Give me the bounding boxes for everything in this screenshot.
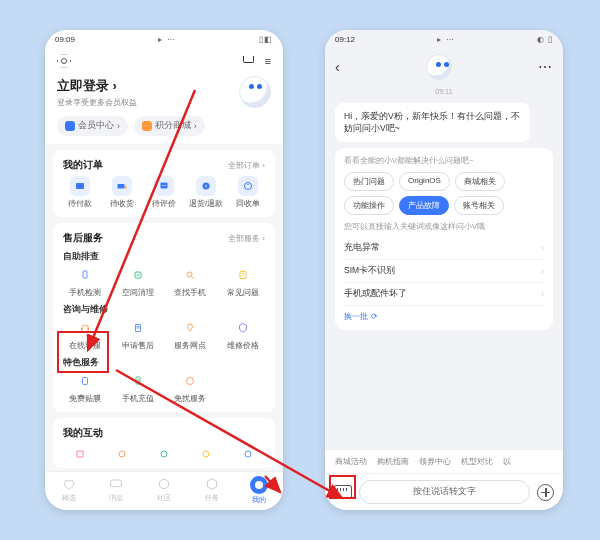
svg-rect-30 — [111, 480, 122, 487]
quick-1[interactable]: 商城活动 — [335, 456, 367, 467]
inter-5[interactable] — [227, 444, 269, 464]
svc-apply-aftersale[interactable]: 申请售后 — [112, 318, 165, 351]
inter-1[interactable] — [59, 444, 101, 464]
faq-broken[interactable]: 手机或配件坏了› — [344, 283, 544, 306]
nav-mine[interactable]: 我的 — [235, 476, 283, 505]
aftersale-more[interactable]: 全部服务 › — [228, 233, 265, 244]
svg-marker-32 — [207, 479, 216, 490]
faq-sim[interactable]: SIM卡不识别› — [344, 260, 544, 283]
aftersale-section: 售后服务 全部服务 › 自助排查 手机检测 空间清理 查找手机 ?常见问题 咨询… — [53, 223, 275, 412]
order-pending-receive[interactable]: 待收货 — [101, 176, 143, 209]
svg-point-6 — [165, 185, 166, 186]
login-title: 立即登录 › — [57, 77, 137, 95]
svg-point-29 — [245, 451, 251, 457]
svg-text:?: ? — [241, 273, 244, 278]
login-row[interactable]: 立即登录 › 登录享受更多会员权益 — [45, 72, 283, 116]
svg-rect-21 — [83, 378, 88, 385]
phone-right: 09:12 ▸ ⋯ ◐ ▯ ‹ ⋯ 09:11 Hi，亲爱的V粉，新年快乐！有什… — [325, 30, 563, 510]
interact-section: 我的互动 — [53, 418, 275, 468]
status-right: ◐ ▯ — [537, 35, 553, 44]
aftersale-title: 售后服务 — [63, 231, 103, 245]
quick-2[interactable]: 购机指南 — [377, 456, 409, 467]
chat-header: ‹ ⋯ — [325, 48, 563, 86]
svc-find[interactable]: 查找手机 — [164, 265, 217, 298]
pill-mall[interactable]: 商城相关 — [455, 172, 505, 191]
avatar[interactable] — [239, 76, 271, 108]
chip-points[interactable]: 积分商城 › — [134, 116, 205, 136]
svg-point-24 — [187, 378, 194, 385]
svc-recharge[interactable]: ¥手机充值 — [112, 371, 165, 404]
bot-avatar — [426, 54, 452, 80]
svg-point-12 — [187, 272, 192, 277]
status-icons: ▸ ⋯ — [437, 35, 454, 44]
svc-dnd[interactable]: 免扰服务 — [164, 371, 217, 404]
bottom-nav: 精选 消息 社区 任务 我的 — [45, 471, 283, 510]
chat-body: 09:11 Hi，亲爱的V粉，新年快乐！有什么问题，不妨问问小V吧~ 看看全能的… — [325, 86, 563, 449]
inter-2[interactable] — [101, 444, 143, 464]
svc-phone-check[interactable]: 手机检测 — [59, 265, 112, 298]
svg-rect-25 — [77, 451, 83, 457]
menu-icon[interactable]: ≡ — [265, 55, 271, 67]
nav-community[interactable]: 社区 — [140, 476, 188, 505]
nav-mine-icon — [250, 476, 268, 494]
pill-origin[interactable]: OriginOS — [399, 172, 450, 191]
svc-clean[interactable]: 空间清理 — [112, 265, 165, 298]
svc-service-point[interactable]: 服务网点 — [164, 318, 217, 351]
refresh-batch[interactable]: 换一批 ⟳ — [344, 311, 378, 322]
greeting-bubble: Hi，亲爱的V粉，新年快乐！有什么问题，不妨问问小V吧~ — [335, 103, 530, 142]
svg-point-26 — [119, 451, 125, 457]
status-time: 09:09 — [55, 35, 75, 44]
orders-title: 我的订单 — [63, 158, 103, 172]
chip-member[interactable]: 会员中心 › — [57, 116, 128, 136]
pill-function[interactable]: 功能操作 — [344, 196, 394, 215]
status-bar: 09:12 ▸ ⋯ ◐ ▯ — [325, 30, 563, 48]
inter-3[interactable] — [143, 444, 185, 464]
svg-point-5 — [164, 185, 165, 186]
svg-rect-16 — [81, 328, 83, 331]
svc-online-support[interactable]: 在线客服 — [59, 318, 112, 351]
orders-more[interactable]: 全部订单 › — [228, 160, 265, 171]
chat-time: 09:11 — [335, 88, 553, 95]
plus-icon[interactable] — [537, 484, 554, 501]
quick-5[interactable]: 以 — [503, 456, 511, 467]
back-icon[interactable]: ‹ — [335, 59, 340, 75]
cart-icon[interactable] — [241, 54, 255, 68]
nav-task[interactable]: 任务 — [188, 476, 236, 505]
quick-4[interactable]: 机型对比 — [461, 456, 493, 467]
svg-point-28 — [203, 451, 209, 457]
svg-rect-2 — [125, 186, 127, 189]
nav-featured[interactable]: 精选 — [45, 476, 93, 505]
faq-charge[interactable]: 充电异常› — [344, 237, 544, 260]
chips-row: 会员中心 › 积分商城 › — [45, 116, 283, 144]
login-subtitle: 登录享受更多会员权益 — [57, 97, 137, 108]
chevron-right-icon: › — [541, 243, 544, 253]
order-pending-pay[interactable]: 待付款 — [59, 176, 101, 209]
pill-hot[interactable]: 热门问题 — [344, 172, 394, 191]
status-right: ▯◧ — [259, 35, 273, 44]
svg-line-13 — [192, 277, 194, 279]
voice-input[interactable]: 按住说话转文字 — [359, 480, 530, 504]
pill-account[interactable]: 账号相关 — [454, 196, 504, 215]
order-pending-review[interactable]: 待评价 — [143, 176, 185, 209]
order-refund[interactable]: ¥退货/退款 — [185, 176, 227, 209]
nav-msg[interactable]: 消息 — [93, 476, 141, 505]
card-hint: 看看全能的小V都能解决什么问题吧~ — [344, 156, 544, 166]
svc-faq[interactable]: ?常见问题 — [217, 265, 270, 298]
coin-icon — [142, 121, 152, 131]
inter-4[interactable] — [185, 444, 227, 464]
svg-rect-10 — [83, 271, 87, 278]
settings-hex-icon[interactable] — [57, 54, 71, 68]
status-bar: 09:09 ▸ ⋯ ▯◧ — [45, 30, 283, 48]
more-icon[interactable]: ⋯ — [538, 59, 553, 75]
keyboard-icon[interactable] — [334, 485, 352, 499]
pill-fault[interactable]: 产品故障 — [399, 196, 449, 215]
svc-repair-price[interactable]: 维修价格 — [217, 318, 270, 351]
svg-point-31 — [159, 479, 168, 488]
order-recycle[interactable]: 回收单 — [227, 176, 269, 209]
consult-title: 咨询与维修 — [59, 302, 269, 318]
svc-film[interactable]: 免费贴膜 — [59, 371, 112, 404]
diamond-icon — [65, 121, 75, 131]
status-icons: ▸ ⋯ — [158, 35, 175, 44]
quick-3[interactable]: 领券中心 — [419, 456, 451, 467]
svg-rect-17 — [88, 328, 90, 331]
